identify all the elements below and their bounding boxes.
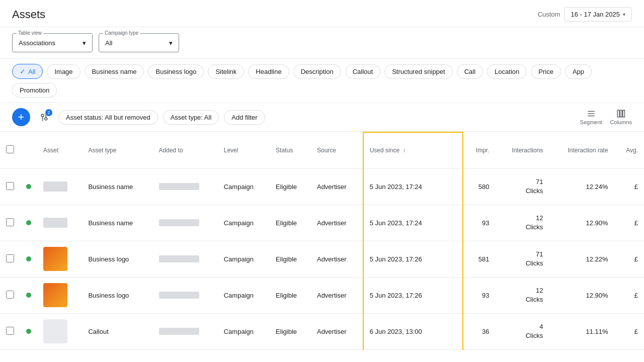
chevron-down-icon: ▾ (83, 39, 86, 47)
row-source: Advertiser (311, 168, 363, 205)
row-status-dot-cell (20, 205, 37, 241)
row-status: Eligible (270, 241, 311, 277)
th-asset: Asset (37, 132, 82, 168)
type-filter-button[interactable]: Asset type: All (163, 110, 219, 125)
chip-description[interactable]: Description (293, 64, 341, 79)
chip-image[interactable]: Image (47, 64, 80, 79)
row-added-to (153, 168, 218, 205)
date-range-button[interactable]: 16 - 17 Jan 2025 ▾ (564, 7, 632, 22)
th-status[interactable]: Status (270, 132, 311, 168)
add-filter-button[interactable]: Add filter (224, 110, 265, 125)
asset-thumbnail (43, 182, 67, 192)
th-asset-type[interactable]: Asset type (82, 132, 152, 168)
filter-icon-button[interactable]: 2 (35, 108, 53, 126)
chip-label: Call (464, 68, 475, 75)
svg-rect-8 (620, 110, 622, 117)
row-status-dot-cell (20, 168, 37, 205)
row-checkbox-cell[interactable] (0, 205, 20, 241)
date-label: Custom (538, 11, 560, 18)
chip-label: Description (301, 68, 334, 75)
row-interactions: 71 Clicks (496, 168, 549, 205)
row-checkbox[interactable] (6, 327, 14, 335)
chip-callout[interactable]: Callout (345, 64, 380, 79)
row-asset-type: Business logo (82, 241, 152, 277)
th-interactions[interactable]: Interactions (496, 132, 549, 168)
chip-location[interactable]: Location (487, 64, 527, 79)
assets-table: Asset Asset type Added to Level Status S… (0, 132, 644, 350)
chip-business-logo[interactable]: Business logo (148, 64, 204, 79)
chip-call[interactable]: Call (457, 64, 483, 79)
row-checkbox[interactable] (6, 218, 14, 226)
add-button[interactable]: + (12, 108, 30, 126)
row-level: Campaign (218, 241, 270, 277)
row-asset-type: Business name (82, 168, 152, 205)
row-interactions: 12 Clicks (496, 205, 549, 241)
select-all-checkbox[interactable] (6, 145, 14, 153)
row-interaction-rate: 12.90% (549, 277, 614, 313)
campaign-type-dropdown[interactable]: Campaign type All ▾ (99, 33, 179, 52)
row-impr: 581 (463, 241, 495, 277)
chip-label: Image (54, 68, 72, 75)
chip-promotion[interactable]: Promotion (12, 83, 57, 98)
row-status-dot-cell (20, 241, 37, 277)
th-impr[interactable]: Impr. (463, 132, 495, 168)
chip-label: Promotion (20, 86, 49, 94)
chip-app[interactable]: App (565, 64, 592, 79)
row-added-to (153, 277, 218, 313)
status-filter-button[interactable]: Asset status: All but removed (58, 110, 158, 125)
chip-label: All (28, 68, 35, 75)
date-picker[interactable]: Custom 16 - 17 Jan 2025 ▾ (538, 7, 632, 22)
row-status-dot-cell (20, 313, 37, 349)
chip-label: Location (495, 68, 519, 75)
row-interactions: 12 Clicks (496, 277, 549, 313)
chip-structured-snippet[interactable]: Structured snippet (384, 64, 453, 79)
row-interactions: 4 Clicks (496, 313, 549, 349)
chip-label: Callout (353, 68, 373, 75)
chip-price[interactable]: Price (531, 64, 561, 79)
row-checkbox[interactable] (6, 182, 14, 190)
svg-rect-7 (618, 110, 620, 117)
table-row: Business logo Campaign Eligible Advertis… (0, 277, 644, 313)
row-source: Advertiser (311, 313, 363, 349)
th-select-all[interactable] (0, 132, 20, 168)
campaign-type-label: Campaign type (103, 30, 140, 36)
chip-all[interactable]: ✓All (12, 64, 43, 79)
table-view-dropdown[interactable]: Table view Associations ▾ (12, 33, 93, 52)
row-checkbox-cell[interactable] (0, 241, 20, 277)
segment-button[interactable]: Segment (580, 109, 602, 125)
chip-sitelink[interactable]: Sitelink (208, 64, 244, 79)
row-checkbox[interactable] (6, 291, 14, 299)
row-checkbox-cell[interactable] (0, 313, 20, 349)
asset-thumbnail (43, 319, 67, 343)
th-source[interactable]: Source (311, 132, 363, 168)
row-checkbox-cell[interactable] (0, 277, 20, 313)
columns-label: Columns (610, 119, 632, 125)
chip-label: Price (538, 68, 553, 75)
row-used-since: 5 Jun 2023, 17:26 (363, 277, 463, 313)
row-added-to (153, 313, 218, 349)
th-used-since[interactable]: Used since ↑ (363, 132, 463, 168)
campaign-type-value[interactable]: All ▾ (105, 36, 173, 50)
status-dot (26, 256, 31, 261)
svg-point-1 (45, 118, 47, 120)
row-interaction-rate: 12.22% (549, 241, 614, 277)
columns-button[interactable]: Columns (610, 109, 632, 125)
table-controls: + 2 Asset status: All but removed Asset … (0, 103, 644, 132)
chip-business-name[interactable]: Business name (85, 64, 144, 79)
row-checkbox-cell[interactable] (0, 168, 20, 205)
status-dot (26, 220, 31, 225)
asset-thumbnail (43, 283, 67, 307)
sort-icon: ↑ (403, 147, 406, 153)
th-avg[interactable]: Avg. (614, 132, 644, 168)
row-asset-type: Business name (82, 205, 152, 241)
row-asset-thumb (37, 241, 82, 277)
row-checkbox[interactable] (6, 254, 14, 262)
th-level[interactable]: Level (218, 132, 270, 168)
chip-headline[interactable]: Headline (248, 64, 289, 79)
table-view-value[interactable]: Associations ▾ (19, 36, 86, 50)
row-level: Campaign (218, 168, 270, 205)
th-interaction-rate[interactable]: Interaction rate (549, 132, 614, 168)
row-impr: 93 (463, 277, 495, 313)
svg-rect-9 (623, 110, 625, 117)
row-used-since: 5 Jun 2023, 17:26 (363, 241, 463, 277)
